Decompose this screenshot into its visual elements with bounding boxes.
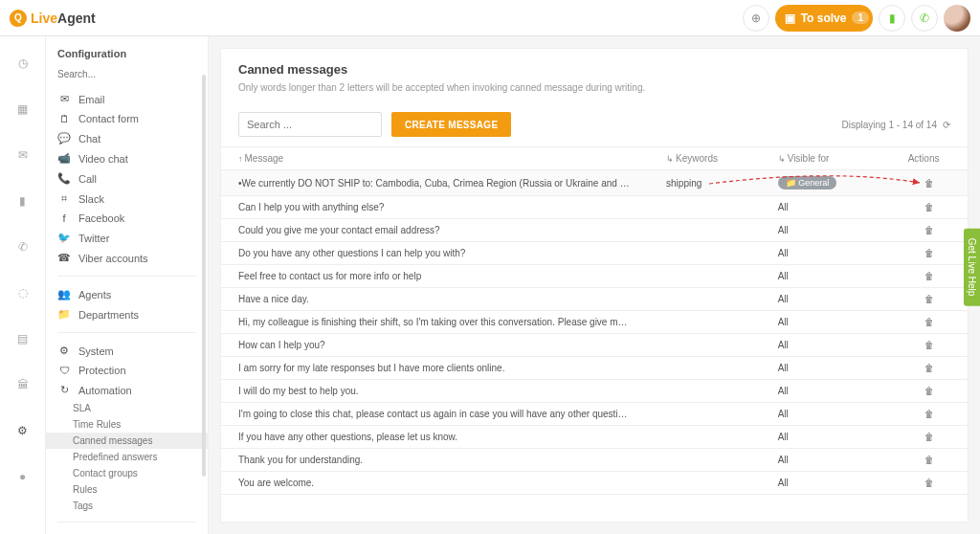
delete-icon[interactable]: 🗑 bbox=[924, 432, 934, 442]
visible-text: All bbox=[778, 225, 789, 235]
delete-icon[interactable]: 🗑 bbox=[924, 478, 934, 488]
delete-icon[interactable]: 🗑 bbox=[924, 178, 934, 189]
config-sub-predefined-answers[interactable]: Predefined answers bbox=[46, 449, 208, 465]
col-visible[interactable]: ↳Visible for bbox=[761, 147, 891, 170]
config-channel-twitter[interactable]: 🐦Twitter bbox=[46, 228, 208, 248]
delete-icon[interactable]: 🗑 bbox=[924, 225, 934, 235]
table-row[interactable]: Could you give me your contact email add… bbox=[221, 219, 968, 242]
config-channel-facebook[interactable]: fFacebook bbox=[46, 209, 208, 228]
nav-more-icon[interactable]: ● bbox=[11, 465, 34, 488]
phone-icon[interactable]: ✆ bbox=[911, 5, 938, 32]
config-sub-canned-messages[interactable]: Canned messages bbox=[46, 433, 208, 449]
config-channel-chat[interactable]: 💬Chat bbox=[46, 128, 208, 148]
delete-icon[interactable]: 🗑 bbox=[924, 409, 934, 419]
config-channel-call[interactable]: 📞Call bbox=[46, 168, 208, 189]
visible-text: All bbox=[778, 455, 789, 465]
refresh-icon[interactable]: ⟳ bbox=[943, 120, 950, 130]
delete-icon[interactable]: 🗑 bbox=[924, 294, 934, 304]
config-channel-viber-accounts[interactable]: ☎Viber accounts bbox=[46, 248, 208, 268]
delete-icon[interactable]: 🗑 bbox=[924, 340, 934, 350]
delete-icon[interactable]: 🗑 bbox=[924, 202, 934, 212]
config-sub-sla[interactable]: SLA bbox=[46, 400, 208, 416]
config-sub-time-rules[interactable]: Time Rules bbox=[46, 416, 208, 433]
col-actions: Actions bbox=[891, 147, 968, 170]
avatar[interactable] bbox=[944, 5, 970, 32]
config-item-label: Email bbox=[78, 94, 105, 105]
config-channel-icon: ☎ bbox=[57, 252, 71, 264]
config-system-system[interactable]: ⚙System bbox=[46, 341, 208, 361]
config-system-automation[interactable]: ↻Automation bbox=[46, 380, 208, 400]
live-help-tab[interactable]: Get Live Help bbox=[964, 229, 980, 306]
to-solve-button[interactable]: ▣ To solve 1 bbox=[775, 5, 873, 32]
nav-chat-icon[interactable]: ▮ bbox=[11, 189, 34, 212]
cell-visible: All bbox=[761, 288, 891, 311]
delete-icon[interactable]: 🗑 bbox=[924, 455, 934, 465]
delete-icon[interactable]: 🗑 bbox=[924, 248, 934, 258]
cell-message: How can I help you? bbox=[221, 334, 649, 357]
cell-message: Feel free to contact us for more info or… bbox=[221, 265, 649, 288]
nav-reports-icon[interactable]: ▤ bbox=[11, 327, 34, 350]
nav-settings-icon[interactable]: ⚙ bbox=[11, 419, 34, 442]
cell-visible: All bbox=[761, 472, 891, 495]
cell-keywords bbox=[649, 403, 761, 426]
config-sub-tags[interactable]: Tags bbox=[46, 498, 208, 514]
table-row[interactable]: I am sorry for my late responses but I h… bbox=[221, 357, 968, 380]
logo[interactable]: Q LiveAgent bbox=[10, 10, 96, 27]
table-row[interactable]: If you have any other questions, please … bbox=[221, 426, 968, 449]
table-row[interactable]: Have a nice day.All🗑 bbox=[221, 288, 968, 311]
config-channel-icon: 📞 bbox=[57, 172, 71, 185]
table-row[interactable]: I will do my best to help you.All🗑 bbox=[221, 380, 968, 403]
nav-building-icon[interactable]: 🏛 bbox=[11, 373, 34, 396]
config-channel-icon: 📹 bbox=[57, 152, 71, 165]
nav-dashboard-icon[interactable]: ◷ bbox=[11, 52, 34, 75]
top-bar: Q LiveAgent ⊕ ▣ To solve 1 ▮ ✆ bbox=[0, 0, 980, 36]
config-sub-rules[interactable]: Rules bbox=[46, 481, 208, 498]
content: Canned messages Only words longer than 2… bbox=[209, 36, 980, 534]
config-channel-email[interactable]: ✉Email bbox=[46, 89, 208, 109]
config-sub-contact-groups[interactable]: Contact groups bbox=[46, 465, 208, 481]
nav-reload-icon[interactable]: ◌ bbox=[11, 281, 34, 304]
cell-message: Have a nice day. bbox=[221, 288, 649, 311]
delete-icon[interactable]: 🗑 bbox=[924, 317, 934, 327]
config-channel-slack[interactable]: ⌗Slack bbox=[46, 189, 208, 209]
cell-keywords bbox=[649, 449, 761, 472]
cell-keywords bbox=[649, 311, 761, 334]
add-icon[interactable]: ⊕ bbox=[743, 5, 769, 32]
delete-icon[interactable]: 🗑 bbox=[924, 271, 934, 281]
config-people-departments[interactable]: 📁Departments bbox=[46, 304, 208, 324]
nav-tickets-icon[interactable]: ▦ bbox=[11, 98, 34, 121]
config-search-input[interactable] bbox=[57, 67, 196, 81]
table-row[interactable]: I'm going to close this chat, please con… bbox=[221, 403, 968, 426]
delete-icon[interactable]: 🗑 bbox=[924, 363, 934, 373]
config-channel-contact-form[interactable]: 🗒Contact form bbox=[46, 109, 208, 128]
config-system-protection[interactable]: 🛡Protection bbox=[46, 361, 208, 380]
chat-icon[interactable]: ▮ bbox=[879, 5, 905, 32]
col-message[interactable]: ↑Message bbox=[221, 147, 649, 170]
table-row[interactable]: •We currently DO NOT SHIP to: Cambodia, … bbox=[221, 170, 968, 196]
visible-text: All bbox=[778, 271, 789, 281]
col-keywords[interactable]: ↳Keywords bbox=[649, 147, 761, 170]
cell-message: I am sorry for my late responses but I h… bbox=[221, 357, 649, 380]
cell-keywords bbox=[649, 265, 761, 288]
create-message-button[interactable]: CREATE MESSAGE bbox=[391, 112, 511, 137]
nav-messages-icon[interactable]: ✉ bbox=[11, 144, 34, 167]
table-row[interactable]: Do you have any other questions I can he… bbox=[221, 242, 968, 265]
table-row[interactable]: Hi, my colleague is finishing their shif… bbox=[221, 311, 968, 334]
config-item-label: Slack bbox=[78, 193, 104, 205]
table-row[interactable]: Thank you for understanding.All🗑 bbox=[221, 449, 968, 472]
cell-keywords bbox=[649, 357, 761, 380]
table-search-input[interactable] bbox=[238, 112, 382, 137]
config-item-tools[interactable]: 🔧 Tools bbox=[46, 530, 208, 534]
cell-visible: All bbox=[761, 311, 891, 334]
table-row[interactable]: Can I help you with anything else?All🗑 bbox=[221, 196, 968, 219]
delete-icon[interactable]: 🗑 bbox=[924, 386, 934, 396]
config-people-agents[interactable]: 👥Agents bbox=[46, 284, 208, 304]
table-row[interactable]: You are welcome.All🗑 bbox=[221, 472, 968, 495]
cell-message: Can I help you with anything else? bbox=[221, 196, 649, 219]
table-row[interactable]: Feel free to contact us for more info or… bbox=[221, 265, 968, 288]
config-channel-video-chat[interactable]: 📹Video chat bbox=[46, 148, 208, 168]
table-row[interactable]: How can I help you?All🗑 bbox=[221, 334, 968, 357]
nav-call-icon[interactable]: ✆ bbox=[11, 235, 34, 258]
config-item-label: Call bbox=[78, 173, 97, 185]
cell-keywords bbox=[649, 334, 761, 357]
